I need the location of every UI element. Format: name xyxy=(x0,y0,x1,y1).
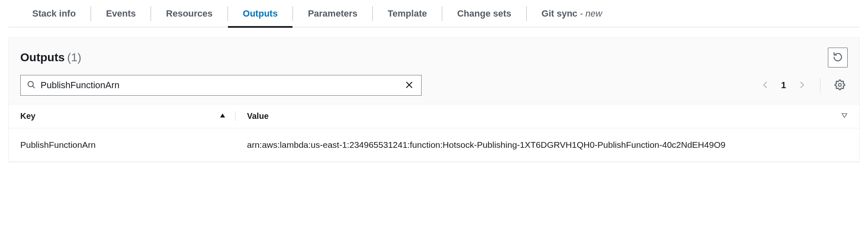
tab-change-sets[interactable]: Change sets xyxy=(442,0,526,27)
outputs-panel: Outputs (1) xyxy=(8,37,860,162)
tab-label: Resources xyxy=(166,8,213,19)
refresh-button[interactable] xyxy=(828,48,848,67)
tab-resources[interactable]: Resources xyxy=(151,0,228,27)
table-header-row: Key Value xyxy=(9,104,859,128)
sort-none-icon xyxy=(841,111,848,121)
sort-asc-icon xyxy=(219,111,226,121)
chevron-right-icon xyxy=(798,79,806,92)
column-header-value[interactable]: Value xyxy=(235,111,848,121)
table-settings-button[interactable] xyxy=(832,77,848,94)
tab-git-sync[interactable]: Git sync - new xyxy=(527,0,617,27)
tab-template[interactable]: Template xyxy=(373,0,442,27)
outputs-table: Key Value Publ xyxy=(9,104,859,162)
panel-title: Outputs xyxy=(20,51,65,64)
table-row: PublishFunctionArn arn:aws:lambda:us-eas… xyxy=(9,128,859,162)
tab-new-badge: - new xyxy=(580,8,602,19)
tab-parameters[interactable]: Parameters xyxy=(293,0,372,27)
svg-line-1 xyxy=(33,86,34,87)
svg-marker-5 xyxy=(220,113,225,117)
column-header-label: Value xyxy=(247,111,269,121)
next-page-button[interactable] xyxy=(795,77,808,94)
close-icon xyxy=(405,80,414,91)
column-header-label: Key xyxy=(20,111,36,121)
current-page: 1 xyxy=(779,80,789,91)
search-box[interactable] xyxy=(20,75,422,96)
tabs-bar: Stack info Events Resources Outputs Para… xyxy=(8,0,860,27)
panel-header: Outputs (1) xyxy=(9,38,859,75)
tab-stack-info[interactable]: Stack info xyxy=(17,0,91,27)
search-icon xyxy=(26,80,36,91)
svg-marker-6 xyxy=(842,113,847,117)
cell-value: arn:aws:lambda:us-east-1:234965531241:fu… xyxy=(235,138,848,152)
tab-events[interactable]: Events xyxy=(91,0,151,27)
chevron-left-icon xyxy=(761,79,770,92)
panel-count: (1) xyxy=(67,51,81,64)
refresh-icon xyxy=(833,52,843,63)
filter-row: 1 xyxy=(9,75,859,104)
pagination: 1 xyxy=(759,77,808,94)
cell-key: PublishFunctionArn xyxy=(20,140,235,150)
tab-outputs[interactable]: Outputs xyxy=(228,0,293,27)
gear-icon xyxy=(834,79,845,92)
separator xyxy=(820,78,820,93)
tab-label: Events xyxy=(106,8,136,19)
column-header-key[interactable]: Key xyxy=(20,111,235,121)
tab-label: Git sync xyxy=(542,8,578,19)
tab-label: Stack info xyxy=(32,8,76,19)
search-input[interactable] xyxy=(36,80,403,91)
tab-label: Outputs xyxy=(243,8,278,19)
tab-label: Change sets xyxy=(457,8,511,19)
svg-point-4 xyxy=(839,83,842,86)
clear-search-button[interactable] xyxy=(403,79,415,92)
prev-page-button[interactable] xyxy=(759,77,772,94)
tab-label: Parameters xyxy=(308,8,357,19)
tab-label: Template xyxy=(388,8,427,19)
